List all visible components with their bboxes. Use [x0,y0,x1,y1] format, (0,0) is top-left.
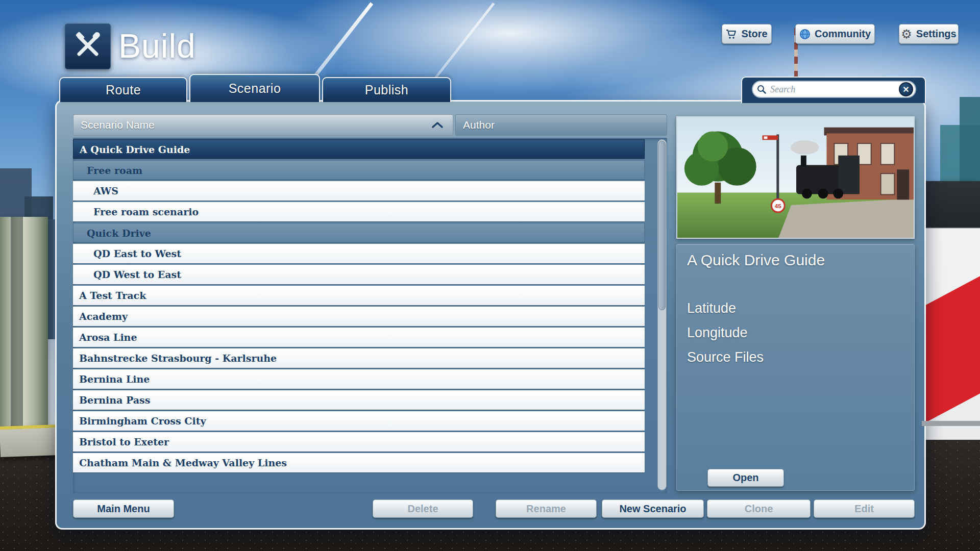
community-label: Community [815,28,871,40]
background-train-right [922,181,980,469]
tab-scenario[interactable]: Scenario [189,74,320,102]
column-header-scenario-name[interactable]: Scenario Name [73,114,453,136]
scenario-thumbnail: 45 [676,116,915,239]
author-header-label: Author [463,119,495,131]
list-item[interactable]: Bernina Line [73,369,645,389]
main-menu-button[interactable]: Main Menu [73,499,174,518]
crossed-tools-icon [73,31,103,62]
settings-button[interactable]: ⚙ Settings [899,24,959,44]
cart-icon [726,29,737,39]
search-box: ✕ [752,81,916,98]
list-item[interactable]: Arosa Line [73,328,645,347]
page-title: Build [118,27,196,65]
rename-label: Rename [526,503,566,515]
tab-route[interactable]: Route [59,77,187,102]
list-item[interactable]: Bernina Pass [73,390,645,410]
store-button[interactable]: Store [722,24,772,44]
list-group-header[interactable]: Free roam [73,160,645,180]
delete-label: Delete [407,503,438,515]
open-button-label: Open [732,472,758,484]
build-logo [65,23,111,69]
scenario-detail-panel: A Quick Drive Guide Latitude Longitude S… [676,244,915,491]
main-menu-label: Main Menu [97,503,150,515]
latitude-label: Latitude [687,300,736,316]
list-item[interactable]: Bahnstrecke Strasbourg - Karlsruhe [73,348,645,368]
settings-label: Settings [916,28,957,40]
tab-route-label: Route [106,83,141,97]
list-item[interactable]: QD East to West [73,244,645,263]
search-clear-button[interactable]: ✕ [899,82,913,96]
tab-publish-label: Publish [365,83,409,97]
speed-sign-number: 45 [775,203,782,210]
list-item[interactable]: Bristol to Exeter [73,432,645,452]
scenario-name-header-label: Scenario Name [81,119,155,131]
list-item[interactable]: Academy [73,307,645,326]
scrollbar[interactable] [657,139,667,490]
column-header-author[interactable]: Author [455,114,667,136]
list-item[interactable]: Free roam scenario [73,202,645,221]
new-scenario-label: New Scenario [619,503,686,515]
rename-button[interactable]: Rename [496,499,597,518]
search-input[interactable] [769,84,899,95]
search-icon [757,85,766,94]
build-screen: Build Store Community ⚙ Settings Route [0,0,980,551]
new-scenario-button[interactable]: New Scenario [602,499,704,518]
background-train-left [0,217,48,444]
clone-label: Clone [745,503,773,515]
delete-button[interactable]: Delete [373,499,473,518]
list-item[interactable]: A Test Track [73,286,645,305]
edit-label: Edit [854,503,874,515]
store-label: Store [741,28,767,40]
list-item[interactable]: Chatham Main & Medway Valley Lines [73,453,645,472]
tab-publish[interactable]: Publish [322,77,451,102]
list-item[interactable]: Birmingham Cross City [73,411,645,431]
tab-scenario-label: Scenario [229,81,281,96]
edit-button[interactable]: Edit [814,499,915,518]
gear-icon: ⚙ [901,28,912,40]
clone-button[interactable]: Clone [707,499,811,518]
scenario-detail-title: A Quick Drive Guide [687,252,825,269]
community-button[interactable]: Community [795,24,875,44]
list-item[interactable]: A Quick Drive Guide [73,139,645,159]
list-group-header[interactable]: Quick Drive [73,223,645,242]
globe-icon [799,29,811,40]
chevron-up-icon [431,121,444,129]
scenario-list: A Quick Drive Guide Free roam AWS Free r… [73,138,667,493]
source-files-label: Source Files [687,349,764,365]
list-item[interactable]: QD West to East [73,265,645,284]
scrollbar-thumb[interactable] [658,141,666,310]
list-item[interactable]: AWS [73,181,645,201]
longitude-label: Longitude [687,325,748,341]
open-button[interactable]: Open [707,469,784,487]
